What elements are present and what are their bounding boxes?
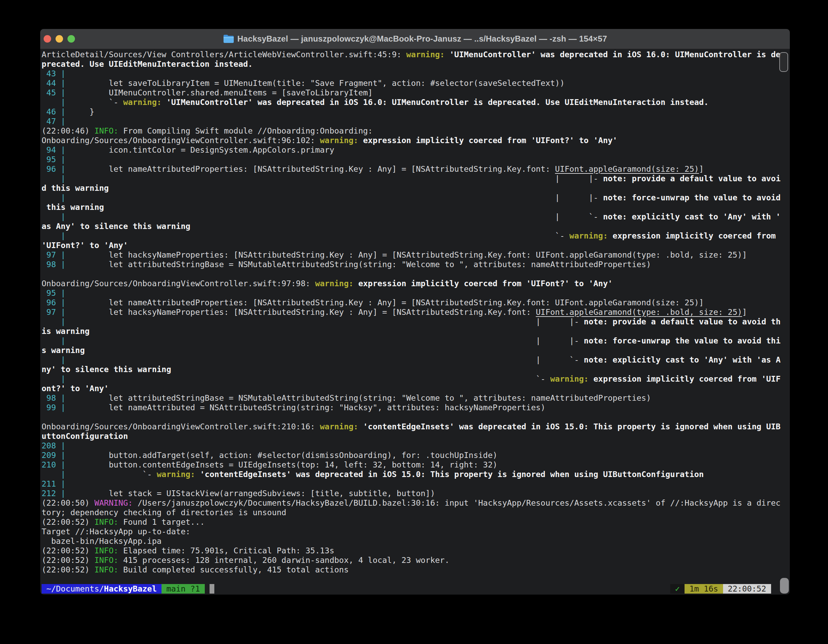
terminal-line: 208 | (42, 441, 779, 450)
terminal-line: tory; dependency checking of directories… (42, 508, 779, 517)
terminal-line (42, 575, 779, 584)
terminal-line: 97 | let hacksyNameProperties: [NSAttrib… (42, 307, 779, 317)
scrollbar-indicator[interactable] (779, 52, 788, 72)
terminal-line: 97 | let hacksyNameProperties: [NSAttrib… (42, 250, 779, 260)
terminal-line: 211 | (42, 479, 779, 489)
terminal-line: ny' to silence this warning (42, 365, 779, 374)
terminal-line (42, 412, 779, 422)
terminal-line: 94 | icon.tintColor = DesignSystem.AppCo… (42, 145, 779, 155)
terminal-line: | | |- note: force-unwrap the value to a… (42, 336, 779, 346)
terminal-line: s warning (42, 346, 779, 355)
terminal-output[interactable]: ArticleDetail/Sources/View Controllers/A… (42, 50, 779, 595)
terminal-line: 210 | button.contentEdgeInsets = UIEdgeI… (42, 460, 779, 470)
terminal-line: bazel-bin/HacksyApp.ipa (42, 536, 779, 546)
terminal-line: | | |- note: provide a default value to … (42, 174, 779, 183)
terminal-line: 99 | let nameAttributed = NSAttributedSt… (42, 403, 779, 412)
terminal-line: Onboarding/Sources/OnboardingViewControl… (42, 279, 779, 288)
terminal-line: Onboarding/Sources/OnboardingViewControl… (42, 422, 779, 431)
terminal-line: | | |- note: provide a default value to … (42, 317, 779, 326)
terminal-line (42, 269, 779, 279)
terminal-line: 46 | } (42, 107, 779, 116)
terminal-line: 45 | UIMenuController.shared.menuItems =… (42, 88, 779, 97)
terminal-line: 96 | let nameAttributedProperties: [NSAt… (42, 164, 779, 174)
terminal-line: as Any' to silence this warning (42, 221, 779, 231)
terminal-line: 44 | let saveToLibraryItem = UIMenuItem(… (42, 78, 779, 88)
window-title: HacksyBazel — januszpolowczyk@MacBook-Pr… (237, 34, 607, 44)
terminal-line: | `- warning: expression implicitly coer… (42, 231, 779, 241)
terminal-line: (22:00:52) INFO: 415 processes: 128 inte… (42, 555, 779, 565)
terminal-line: 95 | (42, 155, 779, 164)
desktop: { "window": { "title": "HacksyBazel — ja… (0, 0, 828, 644)
terminal-line: (22:00:52) INFO: Elapsed time: 75.901s, … (42, 546, 779, 555)
terminal-line: (22:00:50) WARNING: /Users/januszpolowcz… (42, 498, 779, 508)
terminal-line: this warning (42, 202, 779, 212)
terminal-line: 96 | let nameAttributedProperties: [NSAt… (42, 298, 779, 307)
terminal-line: uttonConfiguration (42, 431, 779, 441)
terminal-line: 212 | let stack = UIStackView(arrangedSu… (42, 489, 779, 498)
terminal-window: HacksyBazel — januszpolowczyk@MacBook-Pr… (40, 29, 790, 595)
terminal-line: | | `- note: explicitly cast to 'Any' wi… (42, 212, 779, 221)
titlebar[interactable]: HacksyBazel — januszpolowczyk@MacBook-Pr… (40, 29, 790, 49)
terminal-line: 98 | let attributedStringBase = NSMutabl… (42, 393, 779, 403)
terminal-line: 95 | (42, 288, 779, 298)
scrollbar-thumb[interactable] (780, 578, 789, 594)
terminal-line: (22:00:52) INFO: Found 1 target... (42, 517, 779, 527)
terminal-line: is warning (42, 326, 779, 336)
terminal-line: ~/Documents/HacksyBazel main ?1 ✓ 1m 16s… (42, 584, 779, 594)
terminal-line: 209 | button.addTarget(self, action: #se… (42, 450, 779, 460)
terminal-line: d this warning (42, 183, 779, 193)
window-title-area: HacksyBazel — januszpolowczyk@MacBook-Pr… (40, 29, 790, 49)
folder-icon (223, 34, 234, 43)
terminal-line: 43 | (42, 69, 779, 78)
terminal-line: ArticleDetail/Sources/View Controllers/A… (42, 50, 779, 59)
terminal-line: (22:00:52) INFO: Build completed success… (42, 565, 779, 575)
terminal-line: (22:00:46) INFO: From Compiling Swift mo… (42, 126, 779, 136)
terminal-line: Onboarding/Sources/OnboardingViewControl… (42, 136, 779, 145)
terminal-line: precated. Use UIEditMenuInteraction inst… (42, 59, 779, 69)
terminal-line: | | |- note: force-unwrap the value to a… (42, 193, 779, 202)
terminal-line: | | `- note: explicitly cast to 'Any' wi… (42, 355, 779, 365)
terminal-line: ont?' to 'Any' (42, 384, 779, 393)
terminal-line: | `- warning: 'UIMenuController' was dep… (42, 97, 779, 107)
terminal-line: Target //:HacksyApp up-to-date: (42, 527, 779, 536)
terminal-line: | `- warning: expression implicitly coer… (42, 374, 779, 384)
terminal-line: 'UIFont?' to 'Any' (42, 241, 779, 250)
terminal-line: 98 | let attributedStringBase = NSMutabl… (42, 260, 779, 269)
terminal-line: 47 | (42, 116, 779, 126)
terminal-line: | `- warning: 'contentEdgeInsets' was de… (42, 470, 779, 479)
